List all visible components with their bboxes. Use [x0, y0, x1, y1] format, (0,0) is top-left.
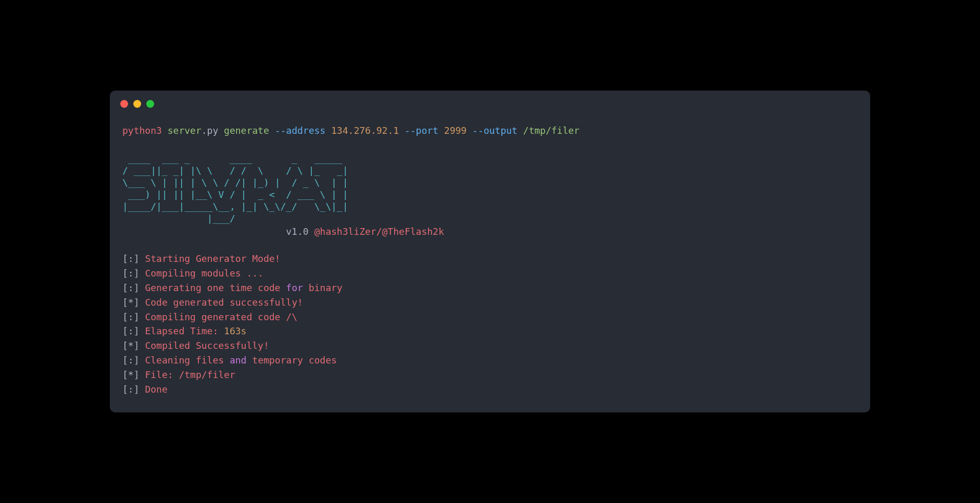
bracket-symbol: *: [128, 340, 134, 351]
log-text: Starting Generator Mode!: [145, 253, 280, 264]
log-text: Compiling generated code /\: [145, 311, 297, 322]
ascii-banner: ____ ___ _ ____ _ _____ / ___||_ _| |\ \…: [122, 153, 858, 224]
bracket-open: [: [122, 311, 128, 322]
flag-address: --address: [275, 125, 326, 136]
log-line: [*] File: /tmp/filer: [122, 368, 858, 382]
bracket-open: [: [122, 355, 128, 366]
bracket-open: [: [122, 253, 128, 264]
bracket-close: ]: [134, 268, 145, 279]
terminal-window: python3 server.py generate --address 134…: [110, 91, 870, 412]
titlebar: [110, 91, 870, 113]
bracket-close: ]: [134, 384, 145, 395]
command-line: python3 server.py generate --address 134…: [122, 123, 858, 138]
close-icon[interactable]: [120, 100, 128, 108]
log-text: and: [230, 355, 247, 366]
bracket-symbol: :: [128, 268, 134, 279]
log-text: Cleaning files: [145, 355, 230, 366]
log-line: [:] Done: [122, 382, 858, 397]
bracket-close: ]: [134, 253, 145, 264]
credits-line: v1.0 @hash3liZer/@TheFlash2k: [122, 224, 858, 239]
bracket-symbol: :: [128, 282, 134, 293]
bracket-symbol: :: [128, 253, 134, 264]
cmd-program: python3: [122, 125, 162, 136]
log-line: [:] Generating one time code for binary: [122, 281, 858, 295]
log-line: [:] Starting Generator Mode!: [122, 251, 858, 266]
log-line: [:] Elapsed Time: 163s: [122, 324, 858, 338]
output-value: /tmp/filer: [523, 125, 580, 136]
log-line: [:] Compiling modules ...: [122, 266, 858, 281]
log-text: 163s: [224, 325, 246, 336]
log-text: Compiled Successfully!: [145, 340, 269, 351]
cmd-subcommand: generate: [224, 125, 269, 136]
log-text: File: /tmp/filer: [145, 369, 235, 380]
log-text: Generating one time code: [145, 282, 286, 293]
log-text: Compiling modules ...: [145, 268, 263, 279]
flag-output: --output: [472, 125, 518, 136]
bracket-open: [: [122, 369, 128, 380]
bracket-symbol: *: [128, 297, 134, 308]
bracket-close: ]: [134, 282, 145, 293]
bracket-open: [: [122, 340, 128, 351]
bracket-symbol: :: [128, 384, 134, 395]
log-line: [*] Compiled Successfully!: [122, 338, 858, 353]
minimize-icon[interactable]: [133, 100, 141, 108]
address-value: 134.276.92.1: [331, 125, 399, 136]
bracket-open: [: [122, 325, 128, 336]
bracket-close: ]: [134, 340, 145, 351]
bracket-open: [: [122, 268, 128, 279]
log-text: Code generated successfully!: [145, 297, 303, 308]
bracket-close: ]: [134, 369, 145, 380]
terminal-body[interactable]: python3 server.py generate --address 134…: [110, 113, 870, 412]
bracket-open: [: [122, 282, 128, 293]
bracket-close: ]: [134, 325, 145, 336]
log-output: [:] Starting Generator Mode![:] Compilin…: [122, 251, 858, 397]
cmd-script: server: [168, 125, 202, 136]
bracket-open: [: [122, 297, 128, 308]
version-text: v1.0: [286, 226, 308, 237]
bracket-symbol: :: [128, 311, 134, 322]
log-text: Elapsed Time:: [145, 325, 224, 336]
bracket-symbol: :: [128, 325, 134, 336]
log-text: Done: [145, 384, 167, 395]
bracket-close: ]: [134, 355, 145, 366]
author-handles: @hash3liZer/@TheFlash2k: [314, 226, 444, 237]
port-value: 2999: [444, 125, 467, 136]
log-line: [*] Code generated successfully!: [122, 295, 858, 310]
log-text: for: [286, 282, 303, 293]
bracket-symbol: :: [128, 355, 134, 366]
log-line: [:] Cleaning files and temporary codes: [122, 353, 858, 368]
bracket-symbol: *: [128, 369, 134, 380]
log-text: binary: [303, 282, 343, 293]
cmd-ext: .py: [202, 125, 219, 136]
bracket-close: ]: [134, 297, 145, 308]
bracket-close: ]: [134, 311, 145, 322]
log-text: temporary codes: [246, 355, 336, 366]
bracket-open: [: [122, 384, 128, 395]
maximize-icon[interactable]: [146, 100, 154, 108]
flag-port: --port: [405, 125, 438, 136]
log-line: [:] Compiling generated code /\: [122, 310, 858, 324]
